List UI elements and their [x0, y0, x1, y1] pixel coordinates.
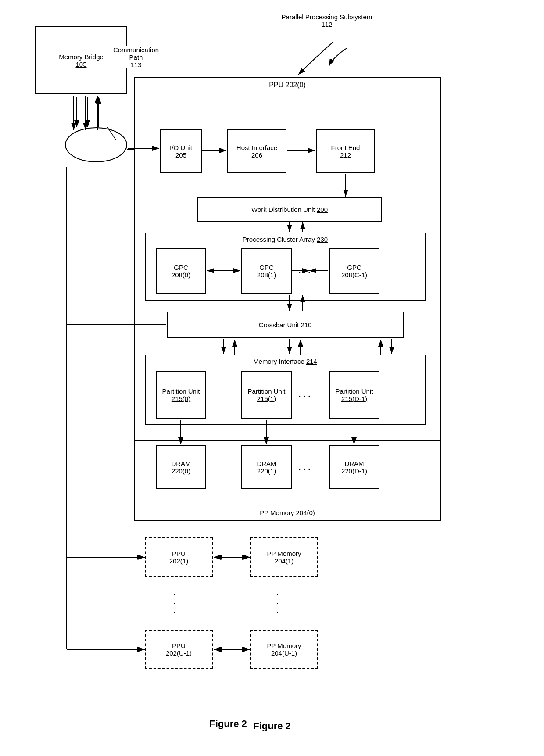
gpc-c1-label: GPC: [347, 264, 361, 271]
gpc-1-number: 208(1): [257, 271, 276, 279]
dram-0-box: DRAM 220(0): [156, 445, 206, 489]
dram-d1-label: DRAM: [344, 460, 364, 467]
partition-0-number: 215(0): [172, 395, 190, 402]
ppu-0-label: PPU: [269, 81, 283, 89]
gpc-1-box: GPC 208(1): [241, 248, 292, 294]
partition-d1-number: 215(D-1): [341, 395, 367, 402]
partition-d1-label: Partition Unit: [336, 387, 373, 395]
ppu-1-box: PPU 202(1): [145, 537, 213, 577]
dram-1-label: DRAM: [257, 460, 276, 467]
dram-1-box: DRAM 220(1): [241, 445, 292, 489]
pca-number: 230: [317, 236, 328, 243]
gpc-dots: · · ·: [298, 268, 311, 278]
ppu-0-number: 202(0): [286, 81, 306, 89]
io-unit-box: I/O Unit 205: [160, 129, 202, 173]
dram-d1-box: DRAM 220(D-1): [329, 445, 379, 489]
ppu-dots-1: .: [173, 588, 175, 597]
comm-path-ellipse: [65, 127, 127, 162]
pp-memory-1-box: PP Memory 204(1): [250, 537, 318, 577]
mi-label: Memory Interface: [253, 358, 304, 365]
ppu-u1-box: PPU 202(U-1): [145, 630, 213, 669]
io-unit-label: I/O Unit: [170, 144, 192, 151]
pp-memory-0-number: 204(0): [296, 509, 315, 516]
ppu-u1-number: 202(U-1): [166, 649, 192, 657]
gpc-c1-number: 208(C-1): [341, 271, 367, 279]
pps-label: Parallel Processing Subsystem 112: [272, 13, 382, 28]
partition-dots: · · ·: [298, 391, 311, 401]
front-end-label: Front End: [331, 144, 360, 151]
ppm-dots-2: .: [276, 597, 279, 606]
gpc-0-box: GPC 208(0): [156, 248, 206, 294]
host-interface-box: Host Interface 206: [227, 129, 286, 173]
gpc-1-label: GPC: [259, 264, 274, 271]
partition-1-box: Partition Unit 215(1): [241, 371, 292, 419]
diagram-container: Memory Bridge 105 Communication Path 113…: [0, 0, 544, 756]
io-unit-number: 205: [175, 151, 186, 159]
pp-memory-1-number: 204(1): [275, 557, 293, 565]
front-end-box: Front End 212: [316, 129, 375, 173]
pp-memory-0-label: PP Memory: [260, 509, 294, 516]
ppm-dots-1: .: [276, 588, 279, 597]
dram-1-number: 220(1): [257, 467, 276, 475]
ppu-u1-label: PPU: [172, 642, 186, 649]
memory-bridge-number: 105: [75, 61, 86, 68]
pp-memory-u1-box: PP Memory 204(U-1): [250, 630, 318, 669]
comm-path-label: Communication Path 113: [107, 46, 165, 68]
ppu-1-label: PPU: [172, 550, 186, 557]
pca-label: Processing Cluster Array: [243, 236, 315, 243]
pp-memory-u1-label: PP Memory: [267, 642, 301, 649]
ppu-dots-3: .: [173, 606, 175, 615]
gpc-c1-box: GPC 208(C-1): [329, 248, 379, 294]
work-dist-box: Work Distribution Unit 200: [197, 197, 382, 222]
crossbar-box: Crossbar Unit 210: [167, 312, 404, 338]
host-interface-label: Host Interface: [236, 144, 277, 151]
front-end-number: 212: [340, 151, 351, 159]
gpc-0-number: 208(0): [172, 271, 190, 279]
work-dist-label: Work Distribution Unit 200: [251, 206, 328, 213]
dram-d1-number: 220(D-1): [341, 467, 367, 475]
dram-0-label: DRAM: [171, 460, 190, 467]
ppu-dots-2: .: [173, 597, 175, 606]
dram-0-number: 220(0): [172, 467, 190, 475]
partition-0-box: Partition Unit 215(0): [156, 371, 206, 419]
partition-1-number: 215(1): [257, 395, 276, 402]
partition-d1-box: Partition Unit 215(D-1): [329, 371, 379, 419]
gpc-0-label: GPC: [174, 264, 188, 271]
pp-memory-1-label: PP Memory: [267, 550, 301, 557]
crossbar-label: Crossbar Unit 210: [259, 321, 312, 329]
dram-dots: · · ·: [298, 464, 311, 474]
host-interface-number: 206: [251, 151, 262, 159]
pp-memory-u1-number: 204(U-1): [271, 649, 297, 657]
partition-1-label: Partition Unit: [248, 387, 286, 395]
ppm-dots-3: .: [276, 606, 279, 615]
mi-number: 214: [306, 358, 317, 365]
figure-caption-text: Figure 2: [0, 720, 544, 732]
partition-0-label: Partition Unit: [162, 387, 200, 395]
memory-bridge-label: Memory Bridge: [59, 53, 104, 61]
ppu-1-number: 202(1): [169, 557, 188, 565]
